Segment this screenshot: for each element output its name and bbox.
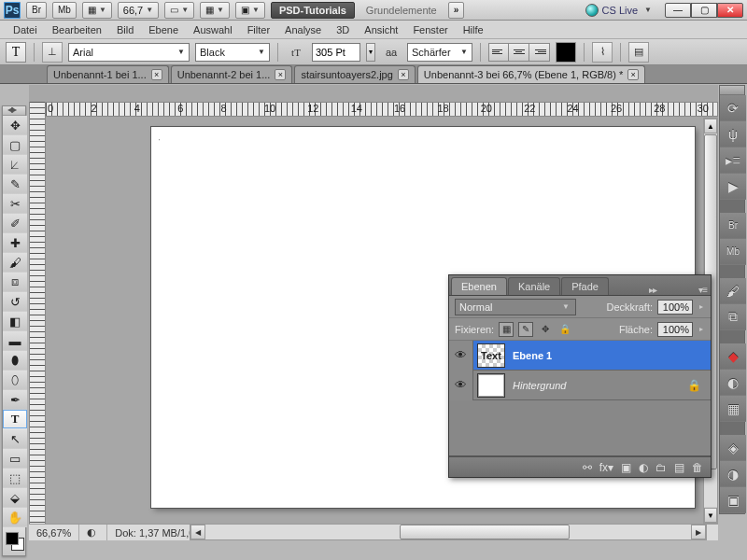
blur-tool[interactable]: ⬮ bbox=[3, 351, 27, 371]
close-icon[interactable]: × bbox=[275, 69, 286, 80]
status-zoom[interactable]: 66,67% bbox=[29, 525, 79, 540]
cslive-button[interactable]: CS Live▼ bbox=[585, 4, 652, 17]
panel-tab-ebenen[interactable]: Ebenen bbox=[451, 277, 507, 295]
visibility-icon[interactable]: 👁 bbox=[449, 371, 473, 400]
gradient-tool[interactable]: ▬ bbox=[3, 331, 27, 351]
eraser-tool[interactable]: ◧ bbox=[3, 312, 27, 331]
scroll-down-arrow[interactable]: ▼ bbox=[704, 508, 717, 523]
lock-position[interactable]: ✥ bbox=[538, 322, 553, 337]
dock-play-icon[interactable]: ▶ bbox=[720, 174, 746, 200]
workspace-label-secondary[interactable]: Grundelemente bbox=[360, 5, 443, 16]
dock-br-icon[interactable]: Br bbox=[720, 213, 746, 239]
view-extras-button[interactable]: ▦▼ bbox=[82, 2, 112, 19]
scroll-left-arrow[interactable]: ◀ bbox=[190, 525, 205, 539]
panel-collapse[interactable]: ▸▸ bbox=[649, 285, 656, 295]
move-tool[interactable]: ✥ bbox=[3, 116, 27, 135]
doc-tab-3[interactable]: stairsuntoayers2.jpg× bbox=[294, 65, 415, 83]
dock-history-icon[interactable]: ⟳ bbox=[720, 95, 746, 121]
dock-device-icon[interactable]: ψ bbox=[720, 121, 746, 147]
type-tool[interactable]: T bbox=[3, 410, 27, 429]
menu-bearbeiten[interactable]: Bearbeiten bbox=[45, 22, 109, 37]
stamp-tool[interactable]: ⧈ bbox=[3, 273, 27, 292]
marquee-tool[interactable]: ▢ bbox=[3, 135, 27, 155]
tb-icon-1[interactable]: ▭▼ bbox=[164, 2, 194, 19]
zoom-level-field[interactable]: 66,7▼ bbox=[118, 2, 159, 19]
minibridge-button[interactable]: Mb bbox=[52, 2, 77, 19]
lock-transparency[interactable]: ▦ bbox=[499, 322, 514, 337]
color-swatches[interactable] bbox=[3, 527, 25, 555]
text-color-swatch[interactable] bbox=[556, 42, 576, 63]
eyedropper-tool[interactable]: ✐ bbox=[3, 214, 27, 233]
opacity-field[interactable]: 100% bbox=[657, 300, 693, 315]
menu-analyse[interactable]: Analyse bbox=[277, 22, 329, 37]
dock-brush-icon[interactable]: 🖌 bbox=[720, 278, 746, 304]
menu-auswahl[interactable]: Auswahl bbox=[186, 22, 240, 37]
brush-tool[interactable]: 🖌 bbox=[3, 253, 27, 273]
dodge-tool[interactable]: ⬯ bbox=[3, 371, 27, 390]
arrange-docs-button[interactable]: ▦▼ bbox=[200, 2, 230, 19]
menu-ebene[interactable]: Ebene bbox=[141, 22, 186, 37]
font-weight-dropdown[interactable]: Black▼ bbox=[195, 43, 270, 62]
scrollbar-thumb[interactable] bbox=[400, 525, 570, 539]
link-layers-icon[interactable]: ⚯ bbox=[583, 461, 592, 474]
layer-name[interactable]: Hintergrund bbox=[509, 380, 687, 391]
window-close[interactable]: ✕ bbox=[717, 3, 743, 18]
doc-tab-2[interactable]: Unbenannt-2 bei 1...× bbox=[171, 65, 293, 83]
lasso-tool[interactable]: ⟀ bbox=[3, 155, 27, 175]
menu-hilfe[interactable]: Hilfe bbox=[456, 22, 491, 37]
warp-text-button[interactable]: ⌇ bbox=[592, 42, 613, 63]
pen-tool[interactable]: ✒ bbox=[3, 390, 27, 410]
ruler-horizontal[interactable]: 024681012141618202224262830 bbox=[46, 102, 718, 117]
tool-indicator[interactable]: T bbox=[6, 42, 26, 63]
tools-header[interactable] bbox=[3, 106, 25, 116]
menu-fenster[interactable]: Fenster bbox=[405, 22, 455, 37]
scroll-up-arrow[interactable]: ▲ bbox=[704, 119, 717, 133]
font-size-field[interactable]: 305 Pt bbox=[312, 43, 360, 62]
3d-tool[interactable]: ⬚ bbox=[3, 469, 27, 488]
fill-field[interactable]: 100% bbox=[657, 322, 693, 337]
opacity-arrow[interactable]: ▸ bbox=[698, 302, 705, 311]
layer-name[interactable]: Ebene 1 bbox=[509, 350, 711, 361]
dock-swatches-icon[interactable]: ▦ bbox=[720, 396, 746, 422]
mask-icon[interactable]: ▣ bbox=[621, 461, 631, 474]
panel-tab-pfade[interactable]: Pfade bbox=[561, 277, 609, 295]
menu-filter[interactable]: Filter bbox=[240, 22, 277, 37]
quickselect-tool[interactable]: ✎ bbox=[3, 175, 27, 194]
panel-menu[interactable]: ▾≡ bbox=[698, 285, 707, 295]
window-minimize[interactable]: — bbox=[665, 3, 691, 18]
healing-tool[interactable]: ✚ bbox=[3, 233, 27, 253]
bridge-button[interactable]: Br bbox=[26, 2, 47, 19]
fx-icon[interactable]: fx▾ bbox=[599, 461, 613, 474]
scroll-right-arrow[interactable]: ▶ bbox=[691, 525, 706, 539]
screen-mode-button[interactable]: ▣▼ bbox=[235, 2, 265, 19]
dock-nav-icon[interactable]: ◆ bbox=[720, 343, 746, 370]
text-orientation-button[interactable]: ⊥ bbox=[42, 42, 63, 63]
dock-mask-icon[interactable]: ▣ bbox=[720, 487, 746, 513]
history-brush-tool[interactable]: ↺ bbox=[3, 292, 27, 312]
crop-tool[interactable]: ✂ bbox=[3, 194, 27, 214]
layers-empty-area[interactable] bbox=[449, 400, 711, 456]
visibility-icon[interactable]: 👁 bbox=[449, 341, 473, 371]
doc-tab-1[interactable]: Unbenannt-1 bei 1...× bbox=[47, 65, 169, 83]
canvas-text-layer[interactable]: Text bbox=[159, 138, 160, 148]
status-icon[interactable]: ◐ bbox=[79, 525, 107, 540]
layer-row-2[interactable]: 👁 Hintergrund 🔒 bbox=[449, 371, 711, 400]
shape-tool[interactable]: ▭ bbox=[3, 449, 27, 469]
menu-3d[interactable]: 3D bbox=[329, 22, 357, 37]
foreground-swatch[interactable] bbox=[6, 532, 19, 545]
ruler-vertical[interactable] bbox=[29, 102, 46, 540]
menu-bild[interactable]: Bild bbox=[109, 22, 141, 37]
align-center[interactable] bbox=[509, 43, 529, 62]
layer-thumbnail[interactable] bbox=[477, 373, 505, 398]
antialias-dropdown[interactable]: Schärfer▼ bbox=[407, 43, 472, 62]
blendmode-dropdown[interactable]: Normal▼ bbox=[455, 299, 576, 315]
lock-all[interactable]: 🔒 bbox=[557, 322, 572, 337]
doc-tab-4[interactable]: Unbenannt-3 bei 66,7% (Ebene 1, RGB/8) *… bbox=[417, 65, 645, 83]
horizontal-scrollbar[interactable]: ◀ ▶ bbox=[190, 524, 707, 540]
dock-actions-icon[interactable]: ▸≡ bbox=[720, 147, 746, 174]
lock-pixels[interactable]: ✎ bbox=[518, 322, 533, 337]
dock-adjust-icon[interactable]: ◑ bbox=[720, 461, 746, 487]
align-left[interactable] bbox=[488, 43, 509, 62]
fill-arrow[interactable]: ▸ bbox=[698, 325, 705, 333]
font-size-arrow[interactable]: ▾ bbox=[366, 43, 375, 62]
